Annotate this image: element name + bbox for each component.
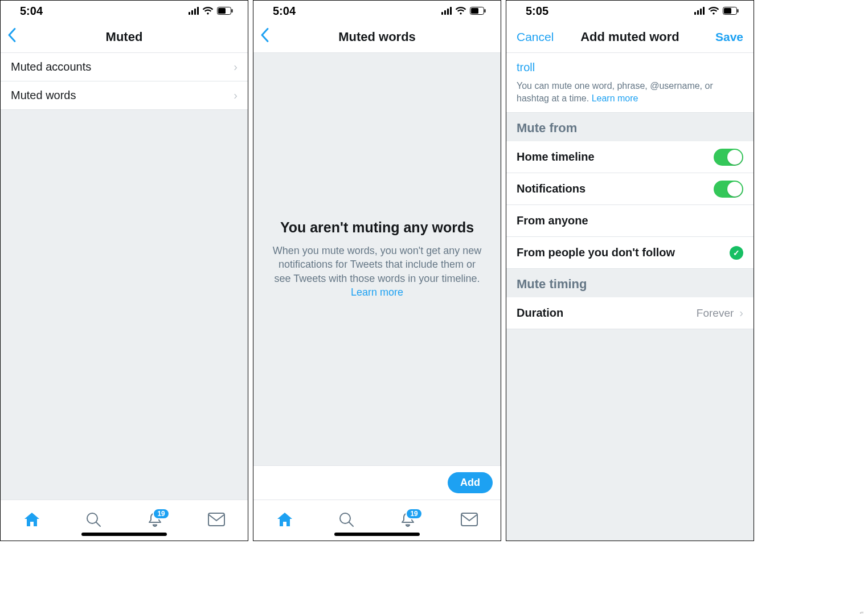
duration-value: Forever › — [697, 306, 743, 320]
status-icons — [441, 7, 486, 15]
status-time: 5:05 — [526, 5, 548, 18]
svg-rect-14 — [738, 9, 739, 13]
helper-text: You can mute one word, phrase, @username… — [517, 80, 743, 104]
phone-screen-muted-words: 5:04 Muted words You aren't muting any w… — [253, 0, 501, 541]
status-icons — [694, 7, 739, 15]
chevron-right-icon: › — [739, 306, 743, 320]
back-button[interactable] — [260, 27, 269, 46]
phone-screen-muted: 5:04 Muted Muted accounts › Muted words … — [0, 0, 248, 541]
watermark: www.deuaq.com — [858, 612, 865, 614]
page-title: Add muted word — [580, 30, 679, 44]
status-bar: 5:04 — [1, 1, 248, 21]
word-input-block: troll You can mute one word, phrase, @us… — [506, 53, 754, 113]
nav-header: Cancel Add muted word Save — [506, 21, 754, 53]
envelope-icon — [208, 513, 225, 526]
row-label: From anyone — [517, 214, 588, 227]
row-label: Notifications — [517, 182, 586, 195]
search-icon — [338, 511, 354, 527]
status-icons — [189, 7, 233, 15]
tab-search[interactable] — [338, 511, 354, 530]
nav-header: Muted — [1, 21, 248, 53]
chevron-right-icon: › — [234, 60, 238, 73]
svg-rect-7 — [471, 8, 478, 14]
notification-badge: 19 — [406, 508, 422, 519]
row-muted-words[interactable]: Muted words › — [1, 81, 248, 110]
status-bar: 5:05 — [506, 1, 754, 21]
empty-desc-text: When you mute words, you won't get any n… — [273, 245, 482, 284]
toggle-home-timeline[interactable] — [714, 149, 743, 166]
status-bar: 5:04 — [253, 1, 501, 21]
add-bar: Add — [253, 465, 501, 500]
row-label: Home timeline — [517, 150, 595, 163]
row-label: Duration — [517, 306, 563, 320]
section-mute-timing: Mute timing — [506, 269, 754, 297]
empty-description: When you mute words, you won't get any n… — [271, 244, 484, 299]
envelope-icon — [461, 513, 478, 526]
cancel-button[interactable]: Cancel — [517, 30, 554, 44]
battery-icon — [723, 7, 739, 15]
svg-rect-5 — [208, 513, 224, 526]
chevron-left-icon — [7, 27, 17, 42]
empty-space — [1, 110, 248, 500]
tab-notifications[interactable]: 19 — [147, 511, 163, 530]
tab-messages[interactable] — [461, 513, 478, 529]
learn-more-link[interactable]: Learn more — [351, 286, 403, 298]
body-area: troll You can mute one word, phrase, @us… — [506, 53, 754, 541]
empty-title: You aren't muting any words — [280, 219, 474, 236]
wifi-icon — [708, 7, 719, 15]
status-time: 5:04 — [273, 5, 296, 18]
home-indicator[interactable] — [81, 533, 167, 536]
notification-badge: 19 — [153, 508, 169, 519]
phone-screen-add-muted-word: 5:05 Cancel Add muted word Save troll Yo… — [506, 0, 754, 541]
svg-rect-11 — [461, 513, 477, 526]
save-button[interactable]: Save — [715, 30, 743, 44]
nav-header: Muted words — [253, 21, 501, 53]
chevron-left-icon — [260, 27, 269, 42]
svg-rect-2 — [232, 9, 233, 13]
section-mute-from: Mute from — [506, 113, 754, 141]
add-button[interactable]: Add — [448, 472, 493, 493]
empty-state: You aren't muting any words When you mut… — [253, 53, 501, 465]
tab-search[interactable] — [85, 511, 101, 530]
check-icon: ✓ — [730, 246, 743, 260]
home-icon — [23, 511, 40, 527]
body-area: You aren't muting any words When you mut… — [253, 53, 501, 500]
tab-messages[interactable] — [208, 513, 225, 529]
tab-notifications[interactable]: 19 — [400, 511, 416, 530]
muted-word-input[interactable]: troll — [517, 61, 743, 74]
page-title: Muted words — [338, 30, 416, 44]
svg-rect-1 — [218, 8, 226, 14]
status-time: 5:04 — [20, 5, 43, 18]
cellular-signal-icon — [441, 7, 452, 15]
home-indicator[interactable] — [334, 533, 420, 536]
page-title: Muted — [106, 30, 143, 44]
cellular-signal-icon — [694, 7, 705, 15]
battery-icon — [470, 7, 486, 15]
row-label: Muted accounts — [11, 60, 91, 73]
row-notifications[interactable]: Notifications — [506, 173, 754, 205]
search-icon — [85, 511, 101, 527]
chevron-right-icon: › — [234, 89, 238, 102]
row-from-people-not-followed[interactable]: From people you don't follow ✓ — [506, 237, 754, 269]
home-icon — [276, 511, 293, 527]
tab-bar: 19 — [1, 500, 248, 541]
toggle-notifications[interactable] — [714, 181, 743, 198]
tab-home[interactable] — [23, 511, 40, 530]
duration-value-text: Forever — [697, 307, 734, 320]
learn-more-link[interactable]: Learn more — [592, 93, 638, 103]
svg-line-4 — [96, 522, 100, 526]
svg-line-10 — [349, 522, 353, 526]
tab-bar: 19 — [253, 500, 501, 541]
battery-icon — [217, 7, 233, 15]
row-label: Muted words — [11, 89, 76, 102]
row-label: From people you don't follow — [517, 246, 675, 259]
row-muted-accounts[interactable]: Muted accounts › — [1, 53, 248, 81]
wifi-icon — [202, 7, 214, 15]
svg-rect-13 — [724, 8, 731, 14]
tab-home[interactable] — [276, 511, 293, 530]
row-duration[interactable]: Duration Forever › — [506, 297, 754, 329]
back-button[interactable] — [7, 27, 17, 46]
wifi-icon — [455, 7, 466, 15]
row-from-anyone[interactable]: From anyone — [506, 205, 754, 237]
row-home-timeline[interactable]: Home timeline — [506, 141, 754, 173]
